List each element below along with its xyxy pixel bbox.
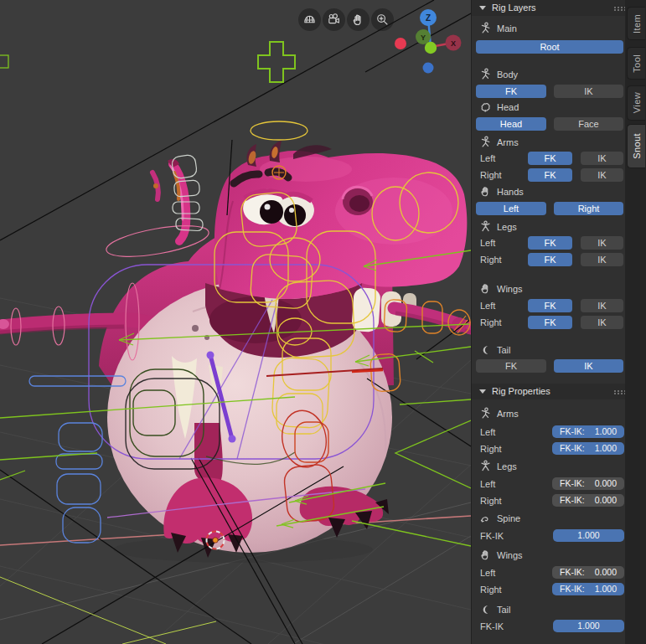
gizmo-minus-z-dot[interactable] bbox=[423, 63, 434, 74]
section-label-arms: Arms bbox=[497, 137, 519, 148]
gizmo-z-label: Z bbox=[426, 13, 431, 23]
section-label-head: Head bbox=[497, 101, 519, 113]
section-label-wings: Wings bbox=[497, 549, 523, 561]
wings-right-fk-button[interactable]: FK bbox=[528, 316, 572, 329]
row-label-left: Left bbox=[480, 425, 495, 439]
section-label-tail: Tail bbox=[497, 604, 511, 616]
crescent-icon bbox=[479, 603, 492, 616]
slider-label: FK-IK: bbox=[560, 583, 585, 595]
crescent-icon bbox=[479, 343, 492, 356]
pan-hand-icon bbox=[351, 13, 365, 27]
navigation-gizmo[interactable]: Y Z X bbox=[392, 7, 468, 77]
camera-view-button[interactable] bbox=[323, 8, 345, 31]
arms-right-fkik-slider[interactable]: FK-IK: 1.000 bbox=[552, 442, 624, 455]
running-figure-icon bbox=[479, 22, 492, 34]
hands-right-button[interactable]: Right bbox=[554, 202, 623, 215]
section-label-body: Body bbox=[497, 69, 518, 80]
spine-fkik-slider[interactable]: 1.000 bbox=[553, 529, 624, 542]
panel-grip-icon[interactable] bbox=[614, 390, 616, 392]
slider-value: 1.000 bbox=[595, 442, 617, 455]
brain-icon bbox=[479, 100, 492, 113]
zoom-view-button[interactable] bbox=[371, 8, 394, 31]
panel-grip-icon[interactable] bbox=[614, 7, 616, 8]
legs-right-fk-button[interactable]: FK bbox=[528, 253, 572, 266]
toggle-perspective-button[interactable] bbox=[298, 8, 321, 31]
gizmo-minus-y-dot[interactable] bbox=[425, 42, 437, 54]
dragon-right-arm bbox=[394, 308, 471, 332]
head-head-button[interactable]: Head bbox=[476, 117, 546, 131]
slider-label: FK-IK: bbox=[560, 566, 585, 579]
arms-right-ik-button[interactable]: IK bbox=[581, 168, 623, 182]
slider-label: FK-IK: bbox=[560, 477, 585, 490]
wings-right-fkik-slider[interactable]: FK-IK: 1.000 bbox=[552, 583, 624, 595]
gizmo-x-label: X bbox=[451, 39, 456, 48]
tail-fk-button[interactable]: FK bbox=[476, 359, 546, 373]
tab-item[interactable]: Item bbox=[627, 7, 645, 40]
row-label-left: Left bbox=[480, 477, 495, 491]
wings-right-ik-button[interactable]: IK bbox=[581, 316, 623, 329]
root-button[interactable]: Root bbox=[476, 40, 623, 54]
wings-left-fk-button[interactable]: FK bbox=[528, 299, 572, 312]
collapse-triangle-icon[interactable] bbox=[479, 389, 486, 394]
gizmo-y-label: Y bbox=[421, 33, 426, 42]
viewport-canvas[interactable] bbox=[0, 0, 471, 644]
row-label-left: Left bbox=[480, 299, 495, 312]
body-ik-button[interactable]: IK bbox=[554, 85, 623, 98]
tab-tool[interactable]: Tool bbox=[627, 47, 645, 80]
sidebar-panel: Rig Layers Main Root Body FK IK Head Hea… bbox=[471, 0, 625, 644]
collapse-triangle-icon[interactable] bbox=[479, 6, 486, 10]
tail-ik-button[interactable]: IK bbox=[554, 359, 623, 373]
row-label-right: Right bbox=[480, 253, 502, 266]
section-label-arms: Arms bbox=[497, 408, 519, 420]
legs-left-ik-button[interactable]: IK bbox=[581, 236, 623, 250]
dragon-nostril bbox=[343, 187, 373, 215]
row-label-fkik: FK-IK bbox=[480, 529, 504, 543]
legs-left-fk-button[interactable]: FK bbox=[528, 236, 572, 250]
tail-fkik-slider[interactable]: 1.000 bbox=[553, 620, 624, 632]
section-label-legs: Legs bbox=[497, 461, 517, 472]
star-figure-icon bbox=[479, 220, 492, 233]
section-label-tail: Tail bbox=[497, 344, 511, 356]
wings-left-ik-button[interactable]: IK bbox=[581, 299, 623, 312]
gizmo-minus-x-dot[interactable] bbox=[395, 38, 406, 49]
panel-header-rig-layers[interactable]: Rig Layers bbox=[472, 0, 626, 16]
legs-left-fkik-slider[interactable]: FK-IK: 0.000 bbox=[552, 477, 624, 490]
arms-left-fkik-slider[interactable]: FK-IK: 1.000 bbox=[552, 425, 624, 438]
slider-value: 0.000 bbox=[595, 494, 617, 507]
wings-left-fkik-slider[interactable]: FK-IK: 0.000 bbox=[552, 566, 624, 579]
legs-right-ik-button[interactable]: IK bbox=[581, 253, 623, 266]
arms-right-fk-button[interactable]: FK bbox=[528, 168, 572, 182]
slider-value: 1.000 bbox=[577, 620, 599, 632]
slider-label: FK-IK: bbox=[560, 494, 585, 507]
section-label-main: Main bbox=[497, 23, 517, 34]
posed-figure-icon bbox=[479, 407, 492, 420]
panel-header-rig-properties[interactable]: Rig Properties bbox=[472, 384, 626, 399]
arms-left-fk-button[interactable]: FK bbox=[528, 152, 572, 165]
pan-view-button[interactable] bbox=[347, 8, 370, 31]
row-label-left: Left bbox=[480, 236, 495, 250]
tab-view[interactable]: View bbox=[627, 85, 645, 121]
row-label-right: Right bbox=[480, 583, 502, 596]
legs-right-fkik-slider[interactable]: FK-IK: 0.000 bbox=[552, 494, 624, 507]
slider-label: FK-IK: bbox=[560, 425, 585, 438]
row-label-right: Right bbox=[480, 316, 502, 329]
slider-value: 1.000 bbox=[595, 425, 617, 438]
viewport-3d[interactable]: Y Z X bbox=[0, 0, 471, 644]
body-fk-button[interactable]: FK bbox=[476, 85, 546, 98]
slider-value: 1.000 bbox=[577, 529, 599, 542]
arms-left-ik-button[interactable]: IK bbox=[581, 152, 623, 165]
tab-snout[interactable]: Snout bbox=[627, 124, 645, 168]
slider-value: 1.000 bbox=[595, 583, 617, 595]
running-figure-icon bbox=[479, 68, 492, 80]
spiral-icon bbox=[479, 512, 492, 524]
star-figure-icon bbox=[479, 460, 492, 472]
section-label-legs: Legs bbox=[497, 221, 517, 233]
hand-icon bbox=[479, 549, 492, 561]
grid-sphere-icon bbox=[302, 13, 317, 27]
character-dragon bbox=[0, 141, 471, 563]
row-label-left: Left bbox=[480, 566, 495, 580]
hands-left-button[interactable]: Left bbox=[476, 202, 546, 215]
head-face-button[interactable]: Face bbox=[554, 117, 623, 131]
row-label-left: Left bbox=[480, 152, 495, 165]
hand-icon bbox=[479, 282, 492, 295]
